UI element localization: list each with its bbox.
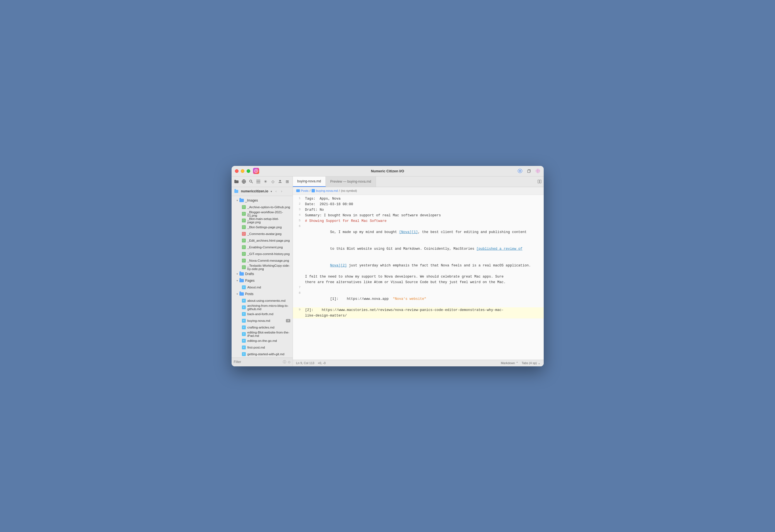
blot-main-png-icon — [242, 218, 246, 223]
sidebar-item-edit-archives[interactable]: _Edit_archives.html-page.png — [232, 237, 293, 244]
sidebar-item-about-using[interactable]: about-using-commento.md — [232, 297, 293, 304]
editing-blot-label: editing-Blot-website-from-the-iPad.md — [248, 331, 290, 337]
svg-point-1 — [519, 170, 521, 172]
sidebar-item-archiving[interactable]: archiving-from-micro-blog-to-github.md — [232, 304, 293, 311]
sidebar-item-blot-settings-png[interactable]: _Blot-Settings-page.png — [232, 224, 293, 231]
minimize-button[interactable] — [241, 169, 245, 173]
code-line-5: 5 # Showing Support for Real Mac Softwar… — [293, 218, 544, 224]
sidebar-item-first-post[interactable]: first-post.md — [232, 344, 293, 351]
close-button[interactable] — [235, 169, 239, 173]
editing-on-go-label: editing-on-the-go.md — [248, 339, 277, 342]
tab-preview[interactable]: Preview — buying-nova.md — [326, 176, 376, 187]
nav-arrows: ‹ › — [274, 189, 284, 194]
grid-toolbar-icon[interactable]: ⊞ — [285, 178, 290, 185]
editor-content[interactable]: 1 Tags: Apps, Nova 2 Date: 2021-03-18 08… — [293, 195, 544, 360]
editing-blot-icon — [242, 332, 246, 336]
layout-icon[interactable] — [535, 176, 544, 187]
search-toolbar-icon[interactable] — [248, 178, 254, 185]
sidebar-item-archive-png[interactable]: _Archive-option-to-Github.png — [232, 204, 293, 210]
buying-nova-label: buying-nova.md — [248, 319, 270, 322]
textastic-icon — [242, 265, 246, 269]
svg-point-7 — [250, 180, 252, 182]
first-post-icon — [242, 345, 246, 350]
posts-folder-icon — [240, 292, 244, 296]
asterisk-toolbar-icon[interactable]: ✳ — [263, 178, 268, 185]
sidebar-item-about-md[interactable]: About.md — [232, 284, 293, 291]
images-chevron: ▾ — [236, 199, 239, 202]
sidebar-item-nova-commit-png[interactable]: _Nova-Commit-message.png — [232, 257, 293, 264]
buying-nova-badge: ? — [286, 319, 290, 322]
about-md-icon — [242, 285, 246, 290]
maximize-button[interactable] — [247, 169, 250, 173]
line-num-3: 3 — [293, 207, 304, 212]
first-post-label: first-post.md — [248, 346, 265, 349]
filter-options-icon[interactable]: ◇ — [288, 360, 290, 364]
blot-main-png-label: _Blot-main-setup-blot-page.png — [248, 217, 290, 224]
drafts-chevron: ▾ — [236, 273, 239, 275]
line-content-5: # Showing Support for Real Mac Software — [304, 218, 544, 224]
sidebar-item-git-repo-png[interactable]: _GIT-repo-commit-history.png — [232, 251, 293, 257]
breadcrumb-posts[interactable]: Posts — [301, 189, 309, 192]
breadcrumb-file[interactable]: buying-nova.md — [316, 189, 338, 192]
code-line-6b: to this Blot website using Git and Markd… — [293, 241, 544, 257]
line-content-4: Summary: I bought Nova in support of rea… — [304, 213, 544, 218]
sidebar: ✳ ◇ ⊞ numericcitizen.io ▾ ‹ › — [232, 176, 293, 366]
sidebar-item-blot-main-png[interactable]: _Blot-main-setup-blot-page.png — [232, 217, 293, 224]
folder-toolbar-icon[interactable] — [234, 178, 240, 185]
sidebar-item-back-forth[interactable]: back-and-forth.md — [232, 311, 293, 317]
sidebar-item-editing-on-go[interactable]: editing-on-the-go.md — [232, 337, 293, 344]
list-toolbar-icon[interactable] — [256, 178, 261, 185]
svg-rect-4 — [234, 180, 239, 183]
eye-icon[interactable] — [517, 168, 522, 173]
line-content-9b: like-design-matters/ — [304, 313, 544, 318]
titlebar: Numeric Citizen I/O — [232, 166, 544, 176]
nova-commit-label: _Nova-Commit-message.png — [248, 259, 289, 262]
nova-commit-icon — [242, 258, 246, 263]
nav-dropdown-chevron[interactable]: ▾ — [271, 190, 272, 193]
code-line-6: 6 So, I made up my mind and bought [Nova… — [293, 224, 544, 241]
sidebar-item-crafting[interactable]: crafting-articles.md — [232, 324, 293, 331]
blogger-png-label: _Blogger-workflow-2021-01.png — [248, 210, 290, 217]
copy-icon[interactable] — [526, 168, 531, 173]
file-tree: ▾ _Images _Archive-option-to-Github.png … — [232, 196, 293, 357]
drafts-folder-icon — [240, 272, 244, 276]
git-repo-label: _GIT-repo-commit-history.png — [248, 252, 290, 256]
globe-toolbar-icon[interactable] — [241, 178, 247, 185]
nav-forward-arrow[interactable]: › — [279, 189, 284, 194]
line-content-9: [2]: https://www.macstories.net/reviews/… — [304, 307, 544, 313]
images-label: _Images — [245, 198, 258, 202]
traffic-lights — [235, 169, 250, 173]
back-forth-label: back-and-forth.md — [248, 312, 273, 316]
filter-info-icon[interactable]: ⓘ — [283, 360, 286, 364]
sidebar-item-textastic-png[interactable]: _Textastic-WorkingCopy-side-by-side.png — [232, 264, 293, 271]
nav-back-arrow[interactable]: ‹ — [274, 189, 279, 194]
line-num-4: 4 — [293, 213, 304, 218]
status-language[interactable]: Markdown ⌃ — [501, 361, 518, 365]
posts-chevron: ▾ — [236, 293, 239, 295]
status-position: Ln 9, Col 113 — [296, 361, 314, 365]
sidebar-item-getting-started[interactable]: getting-started-with-git.md — [232, 351, 293, 357]
sidebar-item-enabling-comment[interactable]: _Enabling-Comment.png — [232, 244, 293, 251]
sidebar-item-commento-jpeg[interactable]: _Commento-avatar.jpeg — [232, 231, 293, 237]
filter-input[interactable] — [234, 360, 281, 364]
sidebar-item-editing-blot[interactable]: editing-Blot-website-from-the-iPad.md — [232, 331, 293, 337]
upload-toolbar-icon[interactable] — [277, 178, 283, 185]
sidebar-item-buying-nova[interactable]: buying-nova.md ? — [232, 317, 293, 324]
status-indent[interactable]: Tabs (4 sp) ⌄ — [522, 361, 540, 365]
indent-chevron: ⌄ — [538, 361, 540, 365]
code-line-2: 2 Date: 2021-03-18 08:00 — [293, 202, 544, 207]
plus-icon[interactable] — [535, 168, 540, 173]
main-area: ✳ ◇ ⊞ numericcitizen.io ▾ ‹ › — [232, 176, 544, 366]
svg-rect-9 — [540, 180, 541, 183]
sidebar-item-drafts[interactable]: ▾ Drafts — [232, 271, 293, 277]
line-content-3: Draft: No — [304, 207, 544, 213]
sidebar-item-pages[interactable]: ▾ Pages — [232, 277, 293, 284]
sidebar-item-posts[interactable]: ▾ Posts — [232, 291, 293, 297]
sidebar-item-blogger-png[interactable]: _Blogger-workflow-2021-01.png — [232, 210, 293, 217]
textastic-label: _Textastic-WorkingCopy-side-by-side.png — [248, 264, 290, 271]
diamond-toolbar-icon[interactable]: ◇ — [270, 178, 276, 185]
sidebar-item-images[interactable]: ▾ _Images — [232, 197, 293, 204]
tab-buying-nova[interactable]: buying-nova.md — [293, 176, 326, 187]
enabling-comment-icon — [242, 245, 246, 249]
enabling-comment-label: _Enabling-Comment.png — [248, 246, 283, 249]
